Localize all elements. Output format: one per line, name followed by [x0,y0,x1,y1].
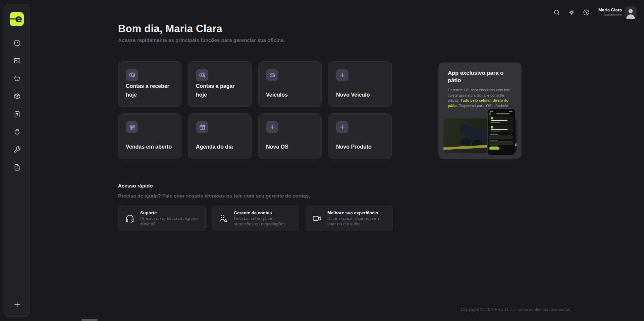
photo-detail [461,138,471,145]
card-veiculos[interactable]: Veículos [258,61,322,107]
wrench-icon [13,146,21,153]
user-star-icon [218,213,228,223]
car-icon [491,126,493,128]
card-suporte[interactable]: Suporte Precisa de ajuda com alguma dúvi… [118,206,206,231]
icon-tile [266,121,278,133]
sidebar-item-relatorios[interactable] [4,158,30,176]
card-gerente-de-contas[interactable]: Gerente de contas Dúvidas sobre plano, s… [212,206,299,231]
icon-tile [196,69,208,81]
sidebar-item-dashboard[interactable] [4,34,30,52]
icon-tile [126,69,138,81]
card-title: Suporte [140,210,200,216]
phone-customer-card [489,116,513,124]
icon-tile [336,121,348,133]
card-label: Novo Produto [336,143,384,151]
card-label: Veículos [266,91,314,99]
sidebar-item-produtos[interactable] [4,87,30,105]
back-icon [489,112,492,115]
search-icon [553,9,560,16]
help-button[interactable] [583,9,590,16]
file-chart-icon [13,164,21,171]
logo-letter: e [15,13,22,24]
quick-actions-grid: Contas a receber hoje Contas a pagar hoj… [118,61,392,159]
card-agenda-do-dia[interactable]: Agenda do dia [188,113,252,159]
sidebar-item-servicos[interactable] [4,141,30,158]
card-texts: Gerente de contas Dúvidas sobre plano, s… [234,210,293,227]
card-description: Dicas e guias rápidos para usar no dia a… [327,216,387,227]
promo-body-text-2: Disponível para iOS e Android. [458,104,509,108]
sidebar-item-vendas[interactable] [4,69,30,87]
eixo-logo[interactable]: e [10,12,24,26]
sidebar: e [4,4,30,317]
app-canvas: e [0,0,644,321]
card-novo-veiculo[interactable]: Novo Veículo [328,61,392,107]
card-label: Contas a pagar hoje [196,82,244,99]
icon-tile [336,69,348,81]
plus-icon [269,124,276,130]
user-role: Automotivo [598,12,622,17]
id-card-icon [13,57,21,64]
plus-icon [339,72,346,78]
help-icon [583,9,590,16]
phone-nav-bar [490,113,513,115]
calendar-icon [199,124,206,130]
promo-panel-app-patio[interactable]: App exclusivo para o pátio Gerencie OS, … [438,62,522,159]
quick-access-title: Acesso rápido [118,183,153,189]
user-info[interactable]: Maria Clara Automotivo [598,7,622,17]
phone-green-button [489,147,499,150]
card-melhore-experiencia[interactable]: Melhore sua experiência Dicas e guias rá… [306,206,393,231]
clipboard-dollar-icon [13,110,21,118]
basket-icon [13,75,21,82]
sidebar-item-financeiro[interactable] [4,123,30,141]
card-label: Contas a receber hoje [126,82,174,99]
card-contas-a-receber[interactable]: Contas a receber hoje [118,61,181,107]
banknote-receive-icon [129,72,136,78]
page-subtitle: Acesse rapidamente as principais funções… [118,37,285,43]
car-icon [269,72,276,78]
phone-input [489,136,513,139]
money-bag-icon [13,128,21,136]
phone-field-label [490,146,498,147]
card-novo-produto[interactable]: Novo Produto [328,113,392,159]
sidebar-item-ordens[interactable] [4,105,30,123]
theme-sun-icon [568,9,575,16]
banknote-pay-icon [199,72,206,78]
store-icon [129,124,136,130]
quick-access-subtitle: Precisa de ajuda? Fale com nossos técnic… [118,193,310,199]
user-name: Maria Clara [598,7,622,12]
headphones-icon [125,213,135,223]
video-camera-icon [312,213,322,223]
icon-tile [196,121,208,133]
card-label: Novo Veículo [336,91,384,99]
copyright-text: Copyright © 2026 Eixo v1.7.7 Todos os di… [461,307,571,312]
plus-icon [339,124,346,130]
search-button[interactable] [553,9,560,16]
promo-body: Gerencie OS, faça checklists com foto, c… [448,88,515,108]
card-texts: Suporte Precisa de ajuda com alguma dúvi… [140,210,200,227]
card-contas-a-pagar[interactable]: Contas a pagar hoje [188,61,252,107]
phone-input [489,141,513,145]
phone-status-bar [490,111,513,112]
theme-toggle-button[interactable] [568,9,575,16]
package-icon [13,93,21,100]
card-title: Melhore sua experiência [327,210,387,216]
quick-access-cards: Suporte Precisa de ajuda com alguma dúvi… [118,206,393,231]
card-nova-os[interactable]: Nova OS [258,113,322,159]
card-vendas-em-aberto[interactable]: Vendas em aberto [118,113,181,159]
horizontal-scrollbar-thumb[interactable] [82,319,98,321]
card-label: Vendas em aberto [126,143,174,151]
card-description: Precisa de ajuda com alguma dúvida? [140,216,200,227]
card-label: Agenda do dia [196,143,244,151]
user-avatar[interactable] [625,6,637,19]
phone-field-label [490,140,498,141]
sidebar-item-cadastros[interactable] [4,52,30,69]
sidebar-nav [4,34,30,176]
icon-tile [126,121,138,133]
promo-title: App exclusivo para o pátio [448,69,513,84]
sidebar-add-button[interactable] [4,299,30,310]
page-title: Bom dia, Maria Clara [118,23,222,35]
avatar-person-icon [625,6,637,19]
card-title: Gerente de contas [234,210,293,216]
icon-tile [266,69,278,81]
plus-icon [13,301,21,309]
